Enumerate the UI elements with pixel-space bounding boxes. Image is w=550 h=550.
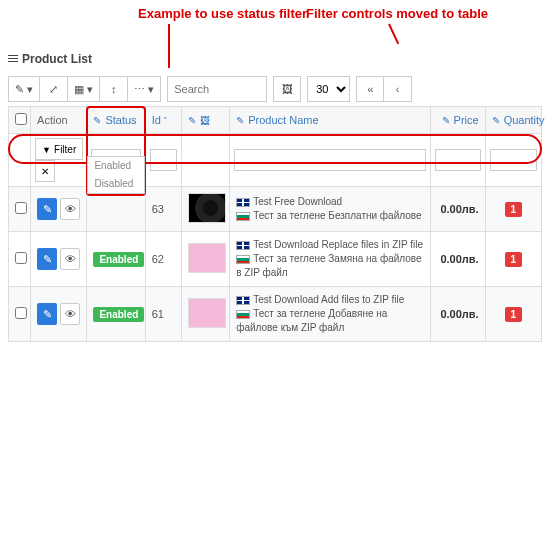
product-name-bg: Тест за теглене Безплатни файлове [253,210,421,221]
product-name-en: Test Download Add files to ZIP file [253,294,404,305]
flag-bg-icon [236,255,250,264]
annotations: Example to use status filter Filter cont… [8,6,542,52]
flag-gb-icon [236,241,250,250]
header-price[interactable]: Price [431,107,485,134]
product-name-cell: Test Free Download Тест за теглене Безпл… [230,187,431,232]
filter-price-input[interactable] [435,149,480,171]
filter-status-cell[interactable]: ˅ Enabled Disabled [87,134,145,187]
toolbar-expand-button[interactable]: ⤢ [40,76,68,102]
toolbar-more-button[interactable]: ⋯ ▾ [128,76,161,102]
price-cell: 0.00лв. [431,287,485,342]
row-checkbox[interactable] [15,307,27,319]
product-name-en: Test Free Download [253,196,342,207]
quantity-badge: 1 [505,307,523,322]
product-name-bg: Тест за теглене Добавяне на файлове към … [236,308,387,333]
close-icon [41,166,49,177]
quantity-badge: 1 [505,252,523,267]
product-name-cell: Test Download Replace files in ZIP file … [230,232,431,287]
page-prev-button[interactable]: ‹ [384,76,412,102]
status-cell: Enabled [87,232,145,287]
filter-name-input[interactable] [234,149,426,171]
panel-title: Product List [8,52,542,66]
price-cell: 0.00лв. [431,187,485,232]
product-name-en: Test Download Replace files in ZIP file [253,239,423,250]
status-cell: Enabled [87,287,145,342]
status-option-enabled[interactable]: Enabled [88,157,143,175]
panel-title-text: Product List [22,52,92,66]
filter-button[interactable]: Filter [35,138,83,160]
flag-gb-icon [236,296,250,305]
filter-row: Filter ˅ Enabled Disabled [9,134,542,187]
id-cell: 62 [145,232,181,287]
page-first-button[interactable]: « [356,76,384,102]
id-cell: 63 [145,187,181,232]
filter-id-input[interactable] [150,149,177,171]
annotation-filter-moved: Filter controls moved to table [306,6,488,21]
price-cell: 0.00лв. [431,232,485,287]
table-row: ✎ 👁 Enabled 62 Test Download Replace fil… [9,232,542,287]
view-button[interactable]: 👁 [60,303,80,325]
header-image[interactable] [181,107,229,134]
edit-button[interactable]: ✎ [37,248,57,270]
header-action: Action [31,107,87,134]
quantity-badge: 1 [505,202,523,217]
filter-qty-input[interactable] [490,149,537,171]
toolbar-save-button[interactable]: ✎ ▾ [8,76,40,102]
status-badge: Enabled [93,252,144,267]
id-cell: 61 [145,287,181,342]
header-quantity[interactable]: Quantity [485,107,541,134]
filter-action-cell: Filter [31,134,87,187]
header-id[interactable]: Id [145,107,181,134]
header-row: Action Status Id Product Name Price Quan… [9,107,542,134]
flag-gb-icon [236,198,250,207]
annotation-status-filter: Example to use status filter [138,6,307,21]
toolbar: ✎ ▾ ⤢ ▦ ▾ ↕ ⋯ ▾ 🖼 30 « ‹ [8,76,542,102]
header-name[interactable]: Product Name [230,107,431,134]
status-badge: Enabled [93,307,144,322]
product-thumbnail[interactable] [188,243,226,273]
product-thumbnail[interactable] [188,193,226,223]
search-image-button[interactable]: 🖼 [273,76,301,102]
funnel-icon [42,144,51,155]
flag-bg-icon [236,310,250,319]
filter-status-dropdown[interactable]: Enabled Disabled [87,156,144,194]
filter-clear-button[interactable] [35,160,55,182]
table-row: ✎ 👁 Enabled 61 Test Download Add files t… [9,287,542,342]
header-check[interactable] [9,107,31,134]
select-all-checkbox[interactable] [15,113,27,125]
header-status[interactable]: Status [87,107,145,134]
pagesize-select[interactable]: 30 [307,76,350,102]
flag-bg-icon [236,212,250,221]
status-option-disabled[interactable]: Disabled [88,175,143,193]
view-button[interactable]: 👁 [60,248,80,270]
search-input[interactable] [167,76,267,102]
product-name-cell: Test Download Add files to ZIP file Тест… [230,287,431,342]
product-thumbnail[interactable] [188,298,226,328]
toolbar-compact-button[interactable]: ↕ [100,76,128,102]
row-checkbox[interactable] [15,252,27,264]
product-table: Action Status Id Product Name Price Quan… [8,106,542,342]
edit-button[interactable]: ✎ [37,198,57,220]
toolbar-grid-button[interactable]: ▦ ▾ [68,76,100,102]
view-button[interactable]: 👁 [60,198,80,220]
edit-button[interactable]: ✎ [37,303,57,325]
list-icon [8,52,18,66]
row-checkbox[interactable] [15,202,27,214]
product-name-bg: Тест за теглене Замяна на файлове в ZIP … [236,253,421,278]
